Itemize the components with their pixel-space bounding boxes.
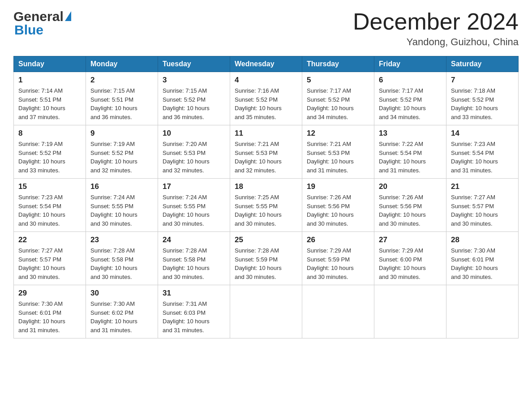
calendar-day-cell: 4Sunrise: 7:16 AMSunset: 5:52 PMDaylight… <box>230 72 302 125</box>
calendar-day-cell: 9Sunrise: 7:19 AMSunset: 5:52 PMDaylight… <box>86 125 158 179</box>
day-number: 21 <box>451 182 514 191</box>
logo-blue-text: Blue <box>13 22 71 38</box>
day-info: Sunrise: 7:17 AMSunset: 5:52 PMDaylight:… <box>379 86 442 121</box>
calendar-table: Sunday Monday Tuesday Wednesday Thursday… <box>13 56 519 338</box>
calendar-day-cell: 16Sunrise: 7:24 AMSunset: 5:55 PMDayligh… <box>86 179 158 232</box>
day-info: Sunrise: 7:23 AMSunset: 5:54 PMDaylight:… <box>18 193 81 228</box>
day-number: 7 <box>451 76 514 85</box>
calendar-day-cell: 15Sunrise: 7:23 AMSunset: 5:54 PMDayligh… <box>14 179 86 232</box>
day-number: 28 <box>451 235 514 244</box>
calendar-day-cell: 7Sunrise: 7:18 AMSunset: 5:52 PMDaylight… <box>446 72 519 125</box>
calendar-day-cell: 11Sunrise: 7:21 AMSunset: 5:53 PMDayligh… <box>230 125 302 179</box>
day-info: Sunrise: 7:23 AMSunset: 5:54 PMDaylight:… <box>451 140 514 175</box>
day-info: Sunrise: 7:15 AMSunset: 5:52 PMDaylight:… <box>163 86 225 121</box>
day-info: Sunrise: 7:27 AMSunset: 5:57 PMDaylight:… <box>18 246 81 281</box>
logo: General Blue <box>13 9 71 38</box>
col-tuesday: Tuesday <box>158 56 230 72</box>
day-number: 20 <box>379 182 442 191</box>
day-info: Sunrise: 7:21 AMSunset: 5:53 PMDaylight:… <box>307 140 369 175</box>
day-info: Sunrise: 7:29 AMSunset: 6:00 PMDaylight:… <box>379 246 442 281</box>
day-number: 10 <box>163 129 225 138</box>
day-info: Sunrise: 7:24 AMSunset: 5:55 PMDaylight:… <box>90 193 153 228</box>
day-number: 11 <box>235 129 297 138</box>
day-info: Sunrise: 7:25 AMSunset: 5:55 PMDaylight:… <box>235 193 297 228</box>
day-number: 9 <box>90 129 153 138</box>
location-title: Yandong, Guizhou, China <box>353 36 519 48</box>
col-monday: Monday <box>86 56 158 72</box>
day-number: 5 <box>307 76 369 85</box>
day-number: 8 <box>18 129 81 138</box>
day-number: 29 <box>18 289 81 298</box>
calendar-week-row: 29Sunrise: 7:30 AMSunset: 6:01 PMDayligh… <box>14 285 519 338</box>
calendar-day-cell: 20Sunrise: 7:26 AMSunset: 5:56 PMDayligh… <box>374 179 446 232</box>
col-saturday: Saturday <box>446 56 519 72</box>
page-header: General Blue December 2024 Yandong, Guiz… <box>13 9 519 48</box>
calendar-day-cell: 31Sunrise: 7:31 AMSunset: 6:03 PMDayligh… <box>158 285 230 338</box>
day-info: Sunrise: 7:18 AMSunset: 5:52 PMDaylight:… <box>451 86 514 121</box>
calendar-day-cell: 17Sunrise: 7:24 AMSunset: 5:55 PMDayligh… <box>158 179 230 232</box>
day-info: Sunrise: 7:17 AMSunset: 5:52 PMDaylight:… <box>307 86 369 121</box>
day-info: Sunrise: 7:22 AMSunset: 5:54 PMDaylight:… <box>379 140 442 175</box>
day-number: 6 <box>379 76 442 85</box>
day-number: 3 <box>163 76 225 85</box>
day-info: Sunrise: 7:31 AMSunset: 6:03 PMDaylight:… <box>163 300 225 334</box>
day-number: 30 <box>90 289 153 298</box>
day-number: 27 <box>379 235 442 244</box>
calendar-day-cell <box>230 285 302 338</box>
col-wednesday: Wednesday <box>230 56 302 72</box>
calendar-day-cell: 22Sunrise: 7:27 AMSunset: 5:57 PMDayligh… <box>14 232 86 285</box>
calendar-day-cell <box>374 285 446 338</box>
calendar-week-row: 22Sunrise: 7:27 AMSunset: 5:57 PMDayligh… <box>14 232 519 285</box>
calendar-day-cell: 21Sunrise: 7:27 AMSunset: 5:57 PMDayligh… <box>446 179 519 232</box>
calendar-day-cell: 10Sunrise: 7:20 AMSunset: 5:53 PMDayligh… <box>158 125 230 179</box>
day-info: Sunrise: 7:30 AMSunset: 6:01 PMDaylight:… <box>451 246 514 281</box>
title-area: December 2024 Yandong, Guizhou, China <box>353 9 519 48</box>
day-number: 17 <box>163 182 225 191</box>
calendar-day-cell: 29Sunrise: 7:30 AMSunset: 6:01 PMDayligh… <box>14 285 86 338</box>
calendar-day-cell: 28Sunrise: 7:30 AMSunset: 6:01 PMDayligh… <box>446 232 519 285</box>
day-number: 16 <box>90 182 153 191</box>
day-info: Sunrise: 7:21 AMSunset: 5:53 PMDaylight:… <box>235 140 297 175</box>
day-number: 24 <box>163 235 225 244</box>
day-number: 25 <box>235 235 297 244</box>
calendar-week-row: 1Sunrise: 7:14 AMSunset: 5:51 PMDaylight… <box>14 72 519 125</box>
month-title: December 2024 <box>353 9 519 34</box>
day-info: Sunrise: 7:30 AMSunset: 6:01 PMDaylight:… <box>18 300 81 334</box>
calendar-header-row: Sunday Monday Tuesday Wednesday Thursday… <box>14 56 519 72</box>
day-number: 26 <box>307 235 369 244</box>
day-number: 22 <box>18 235 81 244</box>
calendar-day-cell: 30Sunrise: 7:30 AMSunset: 6:02 PMDayligh… <box>86 285 158 338</box>
day-number: 23 <box>90 235 153 244</box>
day-info: Sunrise: 7:29 AMSunset: 5:59 PMDaylight:… <box>307 246 369 281</box>
day-info: Sunrise: 7:26 AMSunset: 5:56 PMDaylight:… <box>379 193 442 228</box>
day-number: 15 <box>18 182 81 191</box>
day-info: Sunrise: 7:27 AMSunset: 5:57 PMDaylight:… <box>451 193 514 228</box>
day-info: Sunrise: 7:26 AMSunset: 5:56 PMDaylight:… <box>307 193 369 228</box>
col-thursday: Thursday <box>302 56 374 72</box>
day-info: Sunrise: 7:15 AMSunset: 5:51 PMDaylight:… <box>90 86 153 121</box>
calendar-day-cell: 27Sunrise: 7:29 AMSunset: 6:00 PMDayligh… <box>374 232 446 285</box>
calendar-day-cell <box>302 285 374 338</box>
calendar-day-cell: 8Sunrise: 7:19 AMSunset: 5:52 PMDaylight… <box>14 125 86 179</box>
calendar-day-cell: 26Sunrise: 7:29 AMSunset: 5:59 PMDayligh… <box>302 232 374 285</box>
calendar-week-row: 8Sunrise: 7:19 AMSunset: 5:52 PMDaylight… <box>14 125 519 179</box>
day-info: Sunrise: 7:20 AMSunset: 5:53 PMDaylight:… <box>163 140 225 175</box>
col-sunday: Sunday <box>14 56 86 72</box>
logo-arrow-icon <box>65 11 71 21</box>
day-number: 14 <box>451 129 514 138</box>
day-info: Sunrise: 7:24 AMSunset: 5:55 PMDaylight:… <box>163 193 225 228</box>
day-info: Sunrise: 7:30 AMSunset: 6:02 PMDaylight:… <box>90 300 153 334</box>
calendar-day-cell: 13Sunrise: 7:22 AMSunset: 5:54 PMDayligh… <box>374 125 446 179</box>
calendar-day-cell: 23Sunrise: 7:28 AMSunset: 5:58 PMDayligh… <box>86 232 158 285</box>
day-number: 1 <box>18 76 81 85</box>
col-friday: Friday <box>374 56 446 72</box>
day-number: 31 <box>163 289 225 298</box>
calendar-day-cell: 18Sunrise: 7:25 AMSunset: 5:55 PMDayligh… <box>230 179 302 232</box>
calendar-day-cell: 1Sunrise: 7:14 AMSunset: 5:51 PMDaylight… <box>14 72 86 125</box>
day-number: 19 <box>307 182 369 191</box>
day-info: Sunrise: 7:19 AMSunset: 5:52 PMDaylight:… <box>18 140 81 175</box>
calendar-day-cell: 19Sunrise: 7:26 AMSunset: 5:56 PMDayligh… <box>302 179 374 232</box>
logo-general-text: General <box>13 9 64 24</box>
calendar-week-row: 15Sunrise: 7:23 AMSunset: 5:54 PMDayligh… <box>14 179 519 232</box>
calendar-day-cell: 25Sunrise: 7:28 AMSunset: 5:59 PMDayligh… <box>230 232 302 285</box>
